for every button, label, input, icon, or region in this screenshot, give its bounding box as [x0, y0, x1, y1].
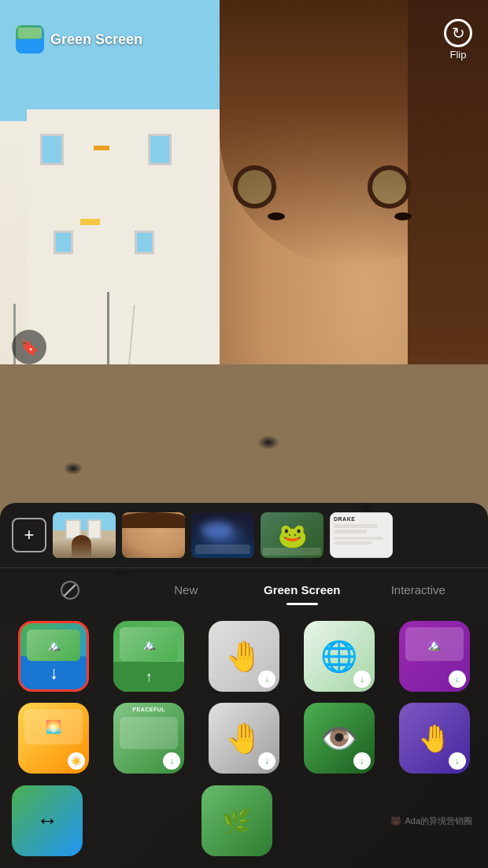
dl-badge-9: ↓ [353, 752, 371, 770]
app-cell-10: 🤚 ↓ [392, 703, 476, 774]
app-icon-upload[interactable]: 🏔️ ↑ ↑ [113, 621, 184, 692]
flip-button[interactable]: Flip [444, 19, 472, 61]
app-cell-3: 🤚 ↓ [202, 621, 287, 692]
media-thumbnail-2[interactable] [122, 512, 185, 558]
add-media-button[interactable]: + [12, 518, 46, 552]
tab-green-screen[interactable]: Green Screen [244, 577, 360, 604]
tab-new-label: New [174, 583, 198, 597]
dl-badge-5: ↓ [449, 670, 466, 688]
bottom-row: ↔️ 🌿 🐻 Ada的异境营销圈 [0, 781, 488, 860]
flip-label: Flip [450, 49, 467, 61]
app-icon-purple[interactable]: 🏔️ ↓ [399, 621, 470, 692]
tab-active-indicator [287, 603, 318, 605]
media-thumbnail-5[interactable]: DRAKE [330, 512, 393, 558]
media-thumbnail-4[interactable]: 🐸 [261, 512, 323, 558]
app-cell-7: PEACEFUL ↓ [107, 703, 191, 774]
bottom-panel: + 🐸 DRAKE [0, 503, 488, 868]
app-icon-peaceful[interactable]: PEACEFUL ↓ [113, 703, 184, 774]
bookmark-button[interactable]: 🔖 [12, 330, 46, 364]
bookmark-icon: 🔖 [20, 338, 39, 356]
app-cell-2: 🏔️ ↑ ↑ [107, 621, 191, 692]
tab-bar: New Green Screen Interactive [0, 568, 488, 609]
watermark-right-icon: 🐻 [390, 816, 401, 826]
app-icon-nature[interactable]: 🌿 [201, 785, 272, 856]
no-icon [61, 581, 79, 600]
app-cell-5: 🏔️ ↓ [392, 621, 476, 692]
app-grid: 🏔️ ↓ 🏔️ ↑ ↑ 🤚 ↓ 🌐 [0, 609, 488, 781]
app-icon-move[interactable]: ↔️ [12, 785, 83, 856]
dl-badge-4: ↓ [353, 670, 371, 688]
media-strip: + 🐸 DRAKE [0, 503, 488, 568]
dl-badge-10: ↓ [449, 752, 466, 770]
watermark-area: 🐻 Ada的异境营销圈 [390, 815, 476, 827]
app-cell-4: 🌐 ↓ [297, 621, 381, 692]
top-bar: Green Screen Flip [0, 0, 488, 63]
tab-interactive-label: Interactive [391, 583, 445, 597]
app-icon-wave2[interactable]: 🤚 ↓ [209, 703, 279, 774]
app-icon-green-screen-dl[interactable]: 🏔️ ↓ [18, 621, 89, 692]
app-icon-wave1[interactable]: 🤚 ↓ [209, 621, 279, 692]
app-cell-11: ↔️ [12, 785, 83, 856]
app-icon-sun[interactable]: 🌅 ☀️ [18, 703, 89, 774]
app-title-text: Green Screen [50, 31, 142, 48]
app-icon-small [16, 25, 44, 54]
app-cell-1: 🏔️ ↓ [12, 621, 96, 692]
dl-badge-8: ↓ [258, 752, 275, 770]
watermark-right: 🐻 Ada的异境营销圈 [390, 815, 472, 827]
app-cell-6: 🌅 ☀️ [12, 703, 96, 774]
tab-no-content[interactable] [12, 574, 128, 606]
tab-green-screen-label: Green Screen [264, 583, 341, 597]
app-icon-silhouette[interactable]: 🤚 ↓ [399, 703, 470, 774]
app-cell-12: 🌿 [83, 785, 390, 856]
media-thumbnail-1[interactable] [53, 512, 116, 558]
app-icon-green-eye[interactable]: 👁️ ↓ [304, 703, 375, 774]
dl-badge-7: ↓ [163, 752, 180, 770]
app-icon-eyeball[interactable]: 🌐 ↓ [304, 621, 375, 692]
app-title: Green Screen [16, 25, 142, 54]
media-thumbnail-3[interactable] [191, 512, 254, 558]
flip-icon [444, 19, 472, 47]
dl-badge-3: ↓ [258, 670, 275, 688]
app-cell-8: 🤚 ↓ [202, 703, 287, 774]
tab-new[interactable]: New [128, 577, 245, 604]
watermark-right-text: Ada的异境营销圈 [405, 815, 472, 827]
app-cell-9: 👁️ ↓ [297, 703, 381, 774]
tab-interactive[interactable]: Interactive [360, 577, 477, 604]
